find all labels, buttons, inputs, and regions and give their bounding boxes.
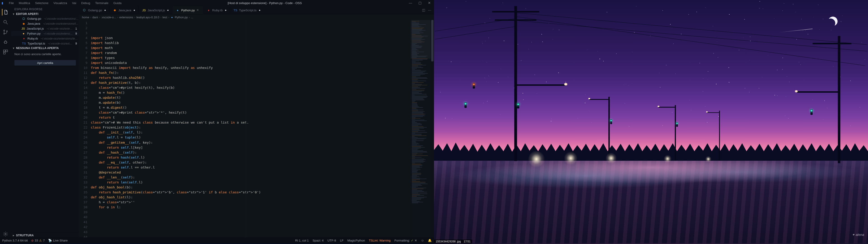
status-encoding[interactable]: UTF-8 xyxy=(328,239,336,242)
file-name: Java.java xyxy=(27,22,40,25)
chevron-right-icon: ▸ xyxy=(12,234,15,237)
wallpaper-index: 17/31 xyxy=(464,240,471,243)
open-editor-row[interactable]: ✕♦Ruby.rb~/.vscode-oss/extensions/teab..… xyxy=(11,36,79,41)
file-name: Python.py xyxy=(27,32,41,35)
breadcrumb-segment[interactable]: ... xyxy=(191,16,193,19)
file-icon: ● xyxy=(170,16,174,19)
activity-explorer[interactable] xyxy=(2,9,8,16)
breadcrumbs[interactable]: home›dani›.vscode-o...›extensions›teabyi… xyxy=(79,14,434,20)
tab-typescript-ts[interactable]: TSTypeScript.ts● xyxy=(230,6,264,14)
menu-vai[interactable]: Vai xyxy=(70,1,79,5)
breadcrumb-segment[interactable]: dani xyxy=(92,16,98,19)
editor-area: ⬡Golang.go●◆Java.java●JSJavaScript.js●●P… xyxy=(79,6,434,238)
activity-search[interactable] xyxy=(2,19,9,25)
status-liveshare[interactable]: 📡Live Share xyxy=(48,239,68,242)
activity-scm[interactable] xyxy=(2,29,9,35)
chevron-down-icon: ▾ xyxy=(12,12,15,16)
open-editor-row[interactable]: ✕⬡Golang.go~/.vscode-oss/extensions/tea.… xyxy=(11,16,79,21)
breadcrumb-segment[interactable]: teabyii.ayu-0.18.0 xyxy=(136,16,159,19)
minimize-button[interactable]: — xyxy=(406,1,415,5)
no-folder-header[interactable]: ▾ NESSUNA CARTELLA APERTA xyxy=(11,46,79,50)
tab-bar: ⬡Golang.go●◆Java.java●JSJavaScript.js●●P… xyxy=(79,6,434,14)
activity-extensions[interactable] xyxy=(2,49,9,55)
breadcrumb-segment[interactable]: home xyxy=(82,16,89,19)
modified-dot-icon: ● xyxy=(224,8,226,11)
scrollbar-thumb[interactable] xyxy=(431,20,434,61)
close-icon[interactable]: ✕ xyxy=(196,8,200,12)
open-editors-list: ✕⬡Golang.go~/.vscode-oss/extensions/tea.… xyxy=(11,16,79,46)
menu-terminale[interactable]: Terminale xyxy=(93,1,111,5)
tab-label: Java.java xyxy=(119,8,131,12)
open-editors-header[interactable]: ▾ EDITOR APERTI xyxy=(11,12,79,16)
file-path: ~/.vscode-oss/extensions... xyxy=(43,32,74,35)
open-folder-button[interactable]: Apri cartella xyxy=(14,60,76,65)
breadcrumb-segment[interactable]: Python.py xyxy=(175,16,188,19)
menu-visualizza[interactable]: Visualizza xyxy=(51,1,69,5)
status-indent[interactable]: Spazi: 4 xyxy=(313,239,324,242)
sidebar: ESPLORA RISORSE ▾ EDITOR APERTI ✕⬡Golang… xyxy=(11,6,79,238)
status-feedback[interactable]: ☺ xyxy=(421,239,424,242)
menu-guida[interactable]: Guida xyxy=(111,1,124,5)
code-editor[interactable]: 1234567891011121314151617181920212223242… xyxy=(79,20,411,237)
status-language[interactable]: MagicPython xyxy=(347,239,365,242)
status-eol[interactable]: LF xyxy=(340,239,344,242)
tab-label: TypeScript.ts xyxy=(239,8,256,12)
wallpaper-caption-bar: 1553434429268 .jpg 17/31 xyxy=(434,240,472,243)
svg-point-0 xyxy=(4,20,6,23)
gear-icon xyxy=(3,231,8,237)
error-icon: ⊘ xyxy=(31,239,34,242)
code-content[interactable]: import jsonimport hashlibimport mathimpo… xyxy=(91,20,411,237)
menu-debug[interactable]: Debug xyxy=(79,1,92,5)
activity-settings[interactable] xyxy=(2,231,9,237)
open-editor-row[interactable]: ✕●Python.py~/.vscode-oss/extensions...9 xyxy=(11,31,79,36)
open-editor-row[interactable]: ✕JSJavaScript.js~/.vscode-oss/extensions… xyxy=(11,26,79,31)
status-tslint[interactable]: TSLint: Warning xyxy=(369,239,391,242)
outline-label: STRUTTURA xyxy=(16,234,34,237)
status-formatting[interactable]: Formatting: ✓ ✕ xyxy=(395,239,417,242)
menu-modifica[interactable]: Modifica xyxy=(17,1,32,5)
file-name: TypeScript.ts xyxy=(28,42,45,45)
tab-java-java[interactable]: ◆Java.java● xyxy=(110,6,139,14)
breadcrumb-segment[interactable]: extensions xyxy=(119,16,133,19)
svg-point-1 xyxy=(4,30,4,31)
svg-point-2 xyxy=(4,33,4,34)
svg-rect-7 xyxy=(3,52,5,54)
svg-point-3 xyxy=(6,31,7,32)
tab-label: Golang.go xyxy=(88,8,102,12)
minimap[interactable] xyxy=(411,20,431,237)
file-icon: ● xyxy=(22,32,26,35)
tab-python-py[interactable]: ●Python.py✕ xyxy=(173,6,204,14)
file-name: JavaScript.js xyxy=(27,27,44,30)
outline-header[interactable]: ▸ STRUTTURA xyxy=(11,233,79,238)
desktop-wallpaper: ✦ aℓena 1553434429268 .jpg 17/31 xyxy=(434,0,868,244)
menu-file[interactable]: File xyxy=(6,1,16,5)
bug-icon xyxy=(3,39,8,45)
status-bell[interactable]: 🔔 xyxy=(428,239,432,242)
close-button[interactable]: ✕ xyxy=(425,1,434,5)
activity-debug[interactable] xyxy=(2,39,9,45)
problems-badge: 9 xyxy=(75,42,77,45)
status-problems[interactable]: ⊘33 ⚠7 xyxy=(31,239,45,242)
open-editor-row[interactable]: ✕TSTypeScript.ts~/.vscode-oss/exten...9 xyxy=(11,41,79,46)
problems-badge: 1 xyxy=(75,27,77,30)
maximize-button[interactable]: ▢ xyxy=(415,1,425,5)
breadcrumb-segment[interactable]: .vscode-o... xyxy=(101,16,116,19)
file-icon: ⬡ xyxy=(22,17,26,20)
menu-bar: FileModificaSelezioneVisualizzaVaiDebugT… xyxy=(5,1,124,5)
split-editor-icon[interactable]: ◫ xyxy=(422,8,425,12)
tab-golang-go[interactable]: ⬡Golang.go● xyxy=(79,6,110,14)
window-title: [Host di sviluppo estensione] - Python.p… xyxy=(124,1,406,5)
file-path: ~/.vscode-oss/extensions/teab... xyxy=(41,37,79,40)
menu-selezione[interactable]: Selezione xyxy=(33,1,51,5)
svg-rect-6 xyxy=(6,50,8,52)
open-editor-row[interactable]: ✕◆Java.java~/.vscode-oss/extensions/tea.… xyxy=(11,21,79,26)
status-cursor[interactable]: Ri 1, col 1 xyxy=(295,239,309,242)
branch-icon xyxy=(3,29,8,35)
file-icon: ◆ xyxy=(113,8,117,12)
tab-javascript-js[interactable]: JSJavaScript.js● xyxy=(139,6,173,14)
breadcrumb-segment[interactable]: test xyxy=(162,16,167,19)
vertical-scrollbar[interactable] xyxy=(431,20,434,237)
status-python[interactable]: Python 3.7.4 64-bit xyxy=(2,239,28,242)
more-actions-icon[interactable]: ⋯ xyxy=(428,8,431,12)
tab-ruby-rb[interactable]: ♦Ruby.rb● xyxy=(204,6,230,14)
